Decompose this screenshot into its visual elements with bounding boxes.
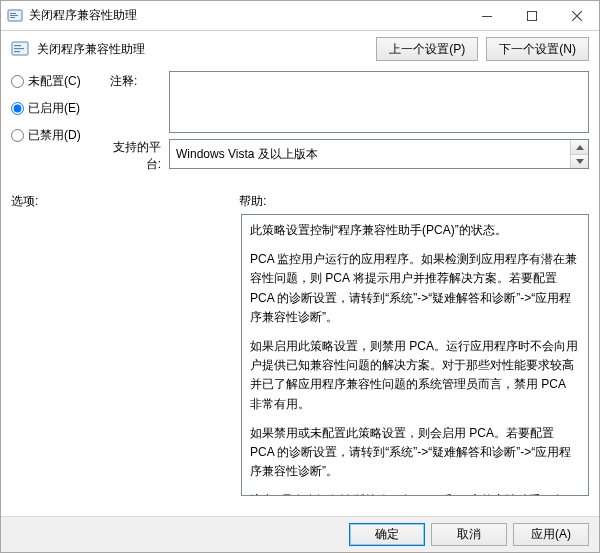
radio-disabled[interactable]: 已禁用(D) (11, 127, 106, 144)
svg-rect-8 (14, 48, 24, 49)
svg-rect-3 (10, 17, 15, 18)
options-label: 选项: (11, 193, 239, 210)
help-paragraph: 如果禁用或未配置此策略设置，则会启用 PCA。若要配置 PCA 的诊断设置，请转… (250, 424, 580, 482)
header: 关闭程序兼容性助理 上一个设置(P) 下一个设置(N) (1, 31, 599, 67)
radio-not-configured-input[interactable] (11, 75, 24, 88)
radio-enabled-label: 已启用(E) (28, 100, 80, 117)
apply-button[interactable]: 应用(A) (513, 523, 589, 546)
cancel-button[interactable]: 取消 (431, 523, 507, 546)
maximize-button[interactable] (509, 1, 554, 30)
svg-rect-1 (10, 13, 16, 14)
spinner-down-button[interactable] (571, 154, 588, 168)
radio-disabled-label: 已禁用(D) (28, 127, 81, 144)
footer: 确定 取消 应用(A) (1, 516, 599, 552)
radio-not-configured[interactable]: 未配置(C) (11, 73, 106, 90)
settings-grid: 未配置(C) 已启用(E) 已禁用(D) 注释: 支持的平台: Windows … (1, 67, 599, 177)
previous-setting-button[interactable]: 上一个设置(P) (376, 37, 478, 61)
help-paragraph: 注意: 只有在运行诊断策略服务(DPS)和程序兼容性助手服务后，才能运行 PCA… (250, 491, 580, 496)
supported-platform-label: 支持的平台: (110, 139, 165, 173)
help-paragraph: 如果启用此策略设置，则禁用 PCA。运行应用程序时不会向用户提供已知兼容性问题的… (250, 337, 580, 414)
spinner-up-button[interactable] (571, 140, 588, 154)
policy-icon (7, 8, 23, 24)
mid-labels: 选项: 帮助: (1, 177, 599, 212)
svg-rect-5 (527, 11, 536, 20)
ok-button[interactable]: 确定 (349, 523, 425, 546)
next-setting-button[interactable]: 下一个设置(N) (486, 37, 589, 61)
radio-enabled[interactable]: 已启用(E) (11, 100, 106, 117)
comment-input[interactable] (169, 71, 589, 133)
svg-rect-2 (10, 15, 18, 16)
minimize-button[interactable] (464, 1, 509, 30)
svg-rect-9 (14, 51, 20, 52)
help-label: 帮助: (239, 193, 266, 210)
help-paragraph: 此策略设置控制“程序兼容性助手(PCA)”的状态。 (250, 221, 580, 240)
svg-rect-7 (14, 45, 21, 46)
radio-disabled-input[interactable] (11, 129, 24, 142)
help-paragraph: PCA 监控用户运行的应用程序。如果检测到应用程序有潜在兼容性问题，则 PCA … (250, 250, 580, 327)
window-title: 关闭程序兼容性助理 (29, 7, 464, 24)
platform-spinner (570, 140, 588, 168)
supported-platform-field: Windows Vista 及以上版本 (169, 139, 589, 169)
supported-platform-value: Windows Vista 及以上版本 (170, 146, 570, 163)
radio-enabled-input[interactable] (11, 102, 24, 115)
titlebar: 关闭程序兼容性助理 (1, 1, 599, 31)
help-textbox[interactable]: 此策略设置控制“程序兼容性助手(PCA)”的状态。 PCA 监控用户运行的应用程… (241, 214, 589, 496)
page-title: 关闭程序兼容性助理 (37, 41, 368, 58)
close-button[interactable] (554, 1, 599, 30)
svg-rect-4 (482, 16, 492, 17)
policy-item-icon (11, 40, 29, 58)
radio-not-configured-label: 未配置(C) (28, 73, 81, 90)
comment-label: 注释: (110, 71, 165, 90)
